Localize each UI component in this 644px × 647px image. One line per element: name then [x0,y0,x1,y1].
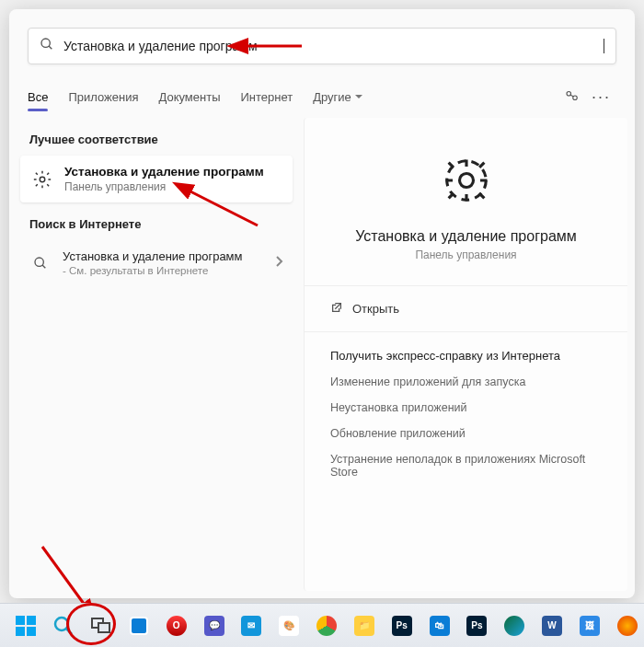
taskbar-app-opera[interactable]: O [159,607,193,644]
gear-icon-large [439,153,494,212]
help-link-update[interactable]: Обновление приложений [330,427,602,440]
search-icon [29,252,52,274]
svg-point-3 [573,96,578,100]
open-action[interactable]: Открыть [305,286,627,332]
tab-apps[interactable]: Приложения [68,85,138,110]
search-icon [40,37,54,55]
svg-rect-14 [27,627,36,636]
svg-point-7 [459,174,473,188]
svg-point-5 [35,258,43,266]
help-link-startup-apps[interactable]: Изменение приложений для запуска [330,375,602,388]
preview-title: Установка и удаление программ [323,228,609,245]
preview-subtitle: Панель управления [323,248,609,261]
tabs-row: Все Приложения Документы Интернет Другие… [9,85,635,110]
more-icon[interactable]: ··· [586,87,616,107]
svg-line-1 [49,46,52,49]
web-result-subtitle: - См. результаты в Интернете [63,265,274,276]
svg-line-6 [42,265,45,268]
svg-rect-12 [27,616,36,625]
start-button[interactable] [9,607,43,644]
search-box[interactable]: Установка и удаление программ [28,28,616,64]
open-label: Открыть [352,302,399,316]
taskbar-app-firefox[interactable] [610,607,644,644]
svg-rect-13 [16,627,25,636]
help-heading: Получить экспресс-справку из Интернета [330,349,602,363]
taskbar-app-explorer[interactable]: 📁 [347,607,381,644]
search-button[interactable] [47,607,81,644]
gear-icon [29,167,55,192]
taskbar-app-teams[interactable]: 💬 [197,607,231,644]
help-link-troubleshoot-store[interactable]: Устранение неполадок в приложениях Micro… [330,453,602,479]
devices-icon[interactable] [558,87,586,107]
svg-point-4 [40,177,45,182]
best-match-heading: Лучшее соответствие [9,118,304,156]
svg-line-16 [66,629,72,634]
svg-point-2 [567,92,571,97]
results-column: Лучшее соответствие Установка и удаление… [9,110,304,598]
taskbar-app-widgets[interactable] [121,607,155,644]
best-match-result[interactable]: Установка и удаление программ Панель упр… [20,156,293,202]
open-icon [330,301,352,317]
svg-rect-18 [98,623,109,632]
task-view-button[interactable] [85,607,119,644]
taskbar-app-edge[interactable] [498,607,532,644]
svg-point-15 [55,618,68,630]
taskbar-app-store[interactable]: 🛍 [422,607,456,644]
tab-documents[interactable]: Документы [158,85,220,110]
taskbar-app-chrome[interactable] [310,607,344,644]
help-section: Получить экспресс-справку из Интернета И… [305,332,627,508]
taskbar-app-word[interactable]: W [535,607,569,644]
preview-header: Установка и удаление программ Панель упр… [305,118,627,286]
taskbar-app-mail[interactable]: ✉ [235,607,269,644]
web-result-title: Установка и удаление программ [63,249,274,263]
search-input-text[interactable]: Установка и удаление программ [63,39,603,53]
taskbar-app-paint[interactable]: 🎨 [272,607,306,644]
svg-rect-11 [16,616,25,625]
result-subtitle: Панель управления [64,180,264,193]
help-link-uninstall[interactable]: Неустановка приложений [330,401,602,414]
result-title: Установка и удаление программ [64,165,264,179]
body-row: Лучшее соответствие Установка и удаление… [9,110,635,598]
tab-other[interactable]: Другие [313,85,362,110]
tab-internet[interactable]: Интернет [240,85,293,110]
tab-all[interactable]: Все [28,85,48,110]
taskbar: O 💬 ✉ 🎨 📁 Ps 🛍 Ps W 🖼 [0,603,644,647]
taskbar-app-photos[interactable]: 🖼 [572,607,606,644]
preview-column: Установка и удаление программ Панель упр… [304,118,627,591]
taskbar-app-photoshop-express[interactable]: Ps [385,607,419,644]
search-row: Установка и удаление программ [9,9,635,64]
chevron-right-icon [274,255,283,272]
web-result[interactable]: Установка и удаление программ - См. резу… [9,240,304,285]
text-caret [604,39,604,53]
taskbar-app-photoshop[interactable]: Ps [460,607,494,644]
web-search-heading: Поиск в Интернете [9,202,304,240]
svg-point-0 [41,39,50,47]
search-panel: Установка и удаление программ Все Прилож… [9,9,635,598]
